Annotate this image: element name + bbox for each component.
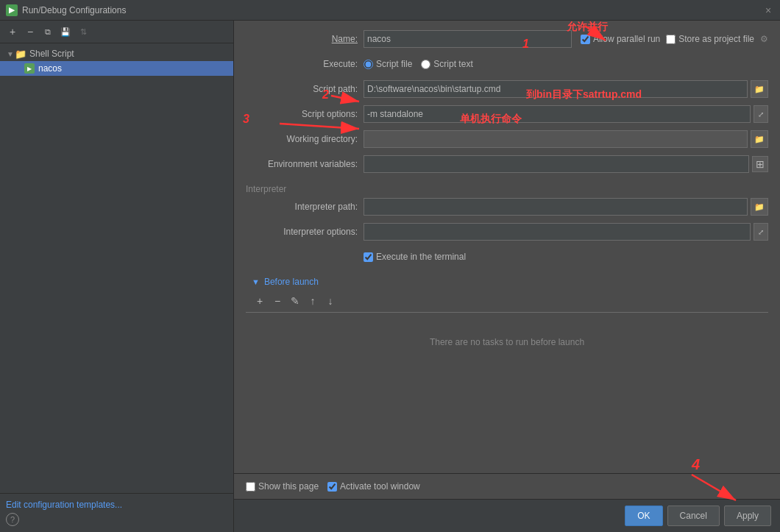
show-page-checkbox[interactable] [246, 482, 255, 492]
before-launch-section-wrapper: ▼ Before launch + − ✎ ↑ ↓ There are no t… [246, 274, 768, 372]
remove-config-button[interactable]: − [22, 24, 38, 40]
cancel-button[interactable]: Cancel [667, 506, 720, 526]
name-control-area [364, 30, 572, 48]
store-as-project-checkbox-label[interactable]: Store as project file [666, 34, 754, 44]
tree-item-nacos[interactable]: ▶ nacos [0, 61, 233, 76]
name-label: Name: [246, 34, 364, 44]
allow-parallel-area: Allow parallel run Store as project file… [581, 34, 768, 44]
execute-radio-group: Script file Script text [364, 59, 473, 69]
script-path-browse-button[interactable]: 📁 [751, 80, 768, 98]
sort-button: ⇅ [75, 24, 91, 40]
interpreter-path-control-area: 📁 [364, 198, 768, 216]
execute-terminal-checkbox-label[interactable]: Execute in the terminal [364, 252, 466, 262]
allow-parallel-checkbox[interactable] [581, 35, 590, 44]
working-directory-browse-button[interactable]: 📁 [751, 130, 768, 148]
before-launch-edit-button[interactable]: ✎ [287, 293, 303, 309]
before-launch-empty-message: There are no tasks to run before launch [246, 313, 768, 372]
before-launch-remove-button[interactable]: − [269, 293, 286, 309]
bottom-checkboxes: Show this page Activate tool window [234, 473, 780, 499]
working-directory-control-area: 📁 [364, 130, 768, 148]
working-directory-input[interactable] [364, 130, 748, 148]
dialog-title: Run/Debug Configurations [22, 5, 762, 15]
environment-variables-label: Environment variables: [246, 159, 364, 169]
before-launch-label: Before launch [264, 277, 319, 287]
leaf-spacer [15, 65, 24, 73]
interpreter-options-input[interactable] [364, 223, 751, 241]
execute-control-area: Script file Script text [364, 59, 768, 69]
before-launch-toolbar: + − ✎ ↑ ↓ [246, 290, 768, 313]
interpreter-path-input[interactable] [364, 198, 748, 216]
annotation-4: 4 [692, 456, 700, 473]
before-launch-up-button[interactable]: ↑ [305, 293, 321, 309]
store-as-project-checkbox[interactable] [666, 35, 676, 44]
execute-terminal-label: Execute in the terminal [376, 252, 466, 262]
dialog-buttons: OK Cancel Apply [234, 499, 780, 532]
sidebar-toolbar: + − ⧉ 💾 ⇅ [0, 21, 233, 43]
annotation-script-path-chinese: 到bin目录下satrtup.cmd [526, 88, 642, 102]
execute-label: Execute: [246, 59, 364, 69]
activate-tool-window-checkbox[interactable] [327, 482, 337, 492]
name-input[interactable] [364, 30, 572, 48]
ok-button[interactable]: OK [625, 506, 662, 526]
store-as-project-label: Store as project file [678, 34, 754, 44]
script-text-radio-label[interactable]: Script text [421, 59, 472, 69]
execute-terminal-row: Execute in the terminal [246, 247, 768, 266]
script-path-label: Script path: [246, 84, 364, 94]
main-layout: + − ⧉ 💾 ⇅ ▼ 📁 Shell Script [0, 21, 780, 532]
show-page-checkbox-label[interactable]: Show this page [246, 481, 319, 492]
script-options-control-area: ⤢ [364, 105, 768, 123]
script-file-radio[interactable] [364, 60, 373, 69]
close-button[interactable]: × [762, 4, 774, 16]
script-text-label: Script text [433, 59, 472, 69]
script-options-input[interactable] [364, 105, 751, 123]
environment-variables-control-area: ⊞ [364, 155, 768, 173]
project-file-gear[interactable]: ⚙ [760, 34, 768, 44]
interpreter-options-expand-button[interactable]: ⤢ [754, 223, 768, 241]
help-icon[interactable]: ? [6, 513, 19, 526]
name-row: Name: Allow parallel run Store as projec… [246, 29, 768, 49]
environment-variables-input[interactable] [364, 155, 749, 173]
environment-variables-row: Environment variables: ⊞ [246, 155, 768, 174]
save-config-button[interactable]: 💾 [57, 24, 74, 40]
form-area: Name: Allow parallel run Store as projec… [234, 21, 780, 473]
script-file-radio-label[interactable]: Script file [364, 59, 412, 69]
interpreter-path-row: Interpreter path: 📁 [246, 197, 768, 216]
apply-button[interactable]: Apply [724, 506, 771, 526]
script-options-expand-button[interactable]: ⤢ [754, 105, 768, 123]
script-text-radio[interactable] [421, 60, 430, 69]
working-directory-label: Working directory: [246, 134, 364, 144]
add-config-button[interactable]: + [4, 24, 21, 40]
execute-terminal-checkbox[interactable] [364, 252, 373, 262]
sidebar-bottom: Edit configuration templates... ? [0, 493, 233, 532]
environment-variables-browse-button[interactable]: ⊞ [752, 156, 768, 172]
nacos-label: nacos [38, 63, 62, 74]
before-launch-down-button[interactable]: ↓ [322, 293, 338, 309]
right-panel: Name: Allow parallel run Store as projec… [234, 21, 780, 532]
group-label: Shell Script [29, 49, 74, 59]
annotation-3: 3 [243, 113, 249, 126]
script-file-label: Script file [376, 59, 412, 69]
script-icon: ▶ [24, 63, 35, 74]
interpreter-options-control-area: ⤢ [364, 223, 768, 241]
before-launch-triangle: ▼ [252, 277, 260, 286]
copy-config-button[interactable]: ⧉ [40, 24, 56, 40]
activate-tool-window-checkbox-label[interactable]: Activate tool window [327, 481, 420, 492]
activate-tool-window-label: Activate tool window [340, 481, 420, 492]
execute-row: Execute: Script file Script text [246, 54, 768, 74]
before-launch-add-button[interactable]: + [252, 293, 268, 309]
before-launch-header[interactable]: ▼ Before launch [246, 274, 768, 290]
interpreter-path-label: Interpreter path: [246, 202, 364, 212]
edit-templates-link[interactable]: Edit configuration templates... [6, 500, 122, 510]
annotation-script-options-chinese: 单机执行命令 [460, 113, 522, 126]
tree-group-shell-script[interactable]: ▼ 📁 Shell Script [0, 46, 233, 61]
interpreter-path-browse-button[interactable]: 📁 [751, 198, 768, 216]
allow-parallel-checkbox-label[interactable]: Allow parallel run [581, 34, 660, 44]
annotation-allow-parallel-chinese: 允许并行 [567, 21, 608, 34]
indent-spacer [6, 65, 15, 73]
config-tree: ▼ 📁 Shell Script ▶ nacos [0, 43, 233, 493]
script-options-label: Script options: [246, 109, 364, 119]
expand-icon: ▼ [6, 50, 15, 58]
sidebar: + − ⧉ 💾 ⇅ ▼ 📁 Shell Script [0, 21, 234, 532]
allow-parallel-label: Allow parallel run [593, 34, 660, 44]
working-directory-row: Working directory: 📁 [246, 130, 768, 149]
